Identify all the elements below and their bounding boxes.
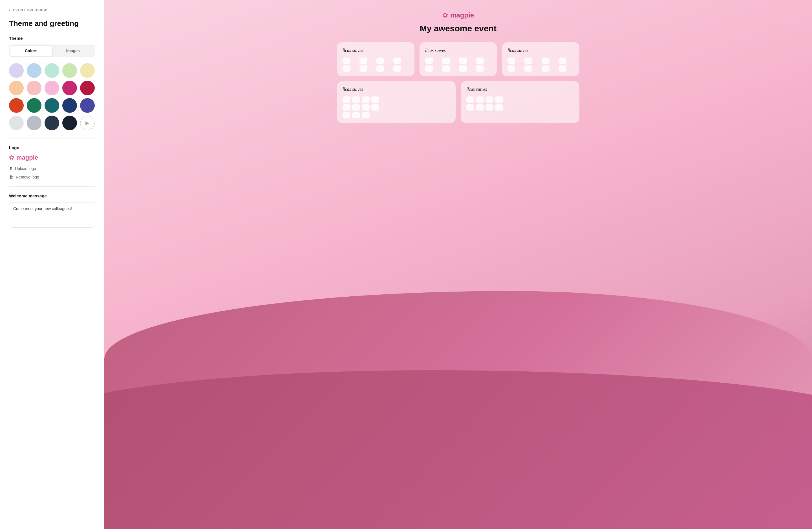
color-swatch-grid: ▶ bbox=[9, 63, 95, 130]
seat-dots-2 bbox=[425, 58, 491, 72]
seat-dot bbox=[559, 58, 566, 64]
seat-name-4: llcas suives bbox=[343, 87, 450, 92]
seat-dots-row bbox=[343, 112, 450, 118]
seat-dot bbox=[485, 104, 493, 111]
sidebar: ‹ EVENT OVERVIEW Theme and greeting Them… bbox=[0, 0, 104, 529]
theme-toggle: Colors Images bbox=[9, 45, 95, 57]
seat-card-4: llcas suives bbox=[337, 81, 455, 123]
seat-dot bbox=[352, 104, 360, 111]
seat-name-5: llcas suives bbox=[466, 87, 574, 92]
main-preview: ✿ magpie My awesome event llcas suives l… bbox=[104, 0, 812, 529]
preview-event-title: My awesome event bbox=[420, 24, 496, 33]
seat-card-3: llcas suives bbox=[502, 42, 579, 76]
seat-dots-5 bbox=[466, 97, 574, 111]
seat-dot bbox=[524, 66, 532, 72]
upload-logo-button[interactable]: ⬆ Upload logo bbox=[9, 166, 95, 171]
color-swatch-magenta[interactable] bbox=[62, 81, 77, 95]
color-swatch-dark-navy[interactable] bbox=[62, 116, 77, 130]
upload-icon: ⬆ bbox=[9, 166, 13, 171]
seat-dot bbox=[476, 97, 484, 103]
color-swatch-dark-teal[interactable] bbox=[45, 98, 59, 113]
color-swatch-light-green[interactable] bbox=[62, 63, 77, 78]
seat-dot bbox=[343, 66, 350, 72]
colors-tab-button[interactable]: Colors bbox=[10, 46, 52, 56]
welcome-section-label: Welcome message bbox=[9, 194, 95, 198]
seats-grid-bottom: llcas suives bbox=[337, 81, 579, 123]
seat-dot bbox=[476, 58, 484, 64]
color-swatch-lavender[interactable] bbox=[9, 63, 24, 78]
color-swatch-peach[interactable] bbox=[9, 81, 24, 95]
seat-dot bbox=[393, 58, 401, 64]
seat-dots-3 bbox=[508, 58, 574, 72]
seat-dot bbox=[476, 66, 484, 72]
preview-header: ✿ magpie My awesome event bbox=[420, 11, 496, 33]
color-swatch-light-gray[interactable] bbox=[9, 116, 24, 130]
seat-card-1: llcas suives bbox=[337, 42, 415, 76]
seat-dot bbox=[360, 58, 367, 64]
color-swatch-mint[interactable] bbox=[45, 63, 59, 78]
seat-dot bbox=[524, 58, 532, 64]
magpie-logo-text: magpie bbox=[16, 154, 38, 161]
seat-card-5: llcas suives bbox=[461, 81, 579, 123]
back-nav[interactable]: ‹ EVENT OVERVIEW bbox=[9, 8, 95, 12]
color-picker-button[interactable]: ▶ bbox=[80, 116, 95, 130]
color-swatch-slate-blue[interactable] bbox=[80, 98, 95, 113]
seat-dot bbox=[442, 58, 450, 64]
color-swatch-red-orange[interactable] bbox=[9, 98, 24, 113]
preview-logo-icon: ✿ bbox=[443, 11, 448, 19]
seat-dot bbox=[362, 104, 369, 111]
seat-dot bbox=[541, 66, 550, 72]
color-swatch-gray[interactable] bbox=[27, 116, 41, 130]
seat-dot bbox=[352, 112, 360, 118]
divider-2 bbox=[9, 186, 95, 187]
seat-dot bbox=[425, 58, 433, 64]
welcome-section: Welcome message bbox=[9, 194, 95, 229]
seat-dot bbox=[459, 58, 467, 64]
seat-dots-row bbox=[466, 97, 574, 103]
seat-name-1: llcas suives bbox=[343, 48, 409, 53]
welcome-message-textarea[interactable] bbox=[9, 202, 95, 228]
seat-dots-row bbox=[466, 104, 574, 111]
magpie-logo-icon: ✿ bbox=[9, 154, 14, 161]
color-swatch-light-blue[interactable] bbox=[27, 63, 41, 78]
seat-dot bbox=[343, 112, 350, 118]
seat-dot bbox=[425, 66, 433, 72]
color-swatch-cream[interactable] bbox=[80, 63, 95, 78]
seat-dot bbox=[393, 66, 401, 72]
seat-dot bbox=[343, 58, 350, 64]
seat-dot bbox=[343, 104, 350, 111]
color-swatch-blush[interactable] bbox=[27, 81, 41, 95]
seat-dot bbox=[541, 58, 550, 64]
color-swatch-crimson[interactable] bbox=[80, 81, 95, 95]
seat-dot bbox=[559, 66, 566, 72]
seat-dot bbox=[485, 97, 493, 103]
seat-name-2: llcas suives bbox=[425, 48, 491, 53]
seat-name-3: llcas suives bbox=[508, 48, 574, 53]
seat-dot bbox=[442, 66, 450, 72]
seat-dot bbox=[376, 66, 384, 72]
remove-logo-label: Remove logo bbox=[16, 175, 39, 179]
logo-section: Logo ✿ magpie ⬆ Upload logo 🗑 Remove log… bbox=[9, 145, 95, 180]
seat-dot bbox=[508, 58, 516, 64]
seats-grid-top: llcas suives llcas suives bbox=[337, 42, 579, 76]
seat-dot bbox=[476, 104, 484, 111]
divider-1 bbox=[9, 138, 95, 139]
seat-dots-row bbox=[343, 104, 450, 111]
magpie-logo: ✿ magpie bbox=[9, 154, 95, 161]
seat-dot bbox=[352, 97, 360, 103]
remove-logo-button[interactable]: 🗑 Remove logo bbox=[9, 174, 95, 180]
seat-card-2: llcas suives bbox=[420, 42, 497, 76]
seat-dot bbox=[362, 97, 369, 103]
seat-dot bbox=[495, 97, 503, 103]
seat-dot bbox=[360, 66, 367, 72]
color-swatch-dark-slate[interactable] bbox=[45, 116, 59, 130]
images-tab-button[interactable]: Images bbox=[52, 46, 94, 56]
seat-dot bbox=[495, 104, 503, 111]
seat-dot bbox=[459, 66, 467, 72]
color-swatch-navy[interactable] bbox=[62, 98, 77, 113]
back-nav-label: EVENT OVERVIEW bbox=[13, 8, 47, 12]
page-title: Theme and greeting bbox=[9, 19, 95, 28]
color-swatch-light-pink[interactable] bbox=[45, 81, 59, 95]
color-swatch-teal-dark[interactable] bbox=[27, 98, 41, 113]
preview-magpie-logo: ✿ magpie bbox=[420, 11, 496, 19]
